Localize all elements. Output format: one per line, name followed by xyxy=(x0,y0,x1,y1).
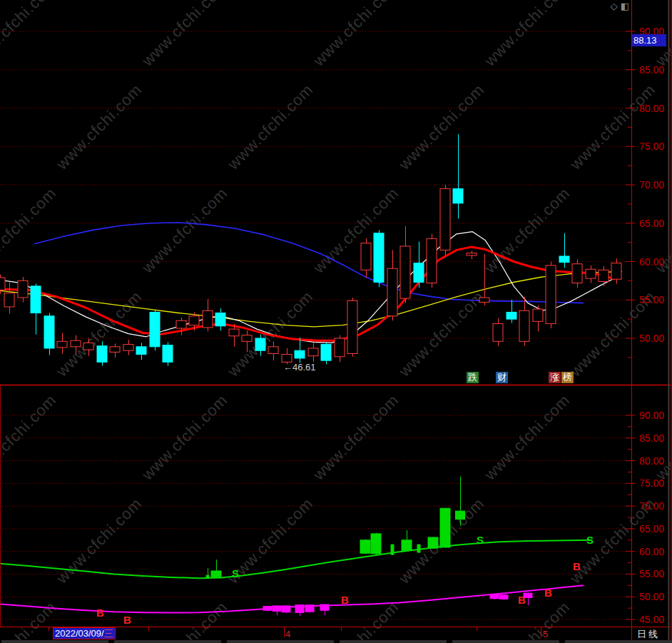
axis-label: 60.00 xyxy=(639,256,664,268)
horizontal-scrollbar[interactable] xyxy=(114,640,221,643)
horizontal-scrollbar[interactable] xyxy=(340,640,447,643)
status-bar: 2022/03/09/三 45 日线 xyxy=(0,627,672,640)
candle-body xyxy=(123,345,133,351)
axis-label: 55.00 xyxy=(639,568,664,579)
axis-label: 45.00 xyxy=(639,614,664,625)
candle-body xyxy=(533,309,543,321)
axis-label: 70.00 xyxy=(639,500,664,512)
buy-signal: B xyxy=(341,594,349,606)
candle-body xyxy=(611,263,621,280)
candle-body xyxy=(599,270,609,281)
candle-body xyxy=(0,278,5,290)
candle-body xyxy=(282,355,292,363)
horizontal-scrollbar[interactable] xyxy=(1,640,108,643)
period-label[interactable]: 日线 xyxy=(637,628,660,641)
candle-body xyxy=(417,545,420,552)
axis-label: 80.00 xyxy=(639,455,664,467)
candle-body xyxy=(335,338,345,357)
candle-body xyxy=(136,347,146,355)
low-price-annotation: ←46.61 xyxy=(283,362,316,373)
candle-body xyxy=(4,293,14,307)
candle-body xyxy=(440,508,450,547)
candle-body xyxy=(586,269,596,278)
main-price-panel: 90.0085.0080.0075.0070.0065.0060.0055.00… xyxy=(0,26,664,366)
candle-body xyxy=(391,545,394,555)
horizontal-scrollbar[interactable] xyxy=(227,640,334,643)
market-button-2[interactable]: 财 xyxy=(496,372,508,383)
axis-label: 75.00 xyxy=(639,477,664,489)
axis-label: 65.00 xyxy=(639,523,664,535)
buy-signal: B xyxy=(518,594,526,606)
axis-label: 75.00 xyxy=(639,141,664,152)
buy-signal: B xyxy=(123,614,131,626)
candle-body xyxy=(44,316,54,348)
candle-body xyxy=(57,341,67,348)
axis-label: 85.00 xyxy=(639,64,664,76)
weekday-text: 三 xyxy=(104,628,113,639)
candle-body xyxy=(242,335,252,342)
candle-body xyxy=(206,575,209,577)
ma-line-blue xyxy=(34,223,584,303)
candle-body xyxy=(268,347,278,354)
chart-canvas[interactable]: 90.0085.0080.0075.0070.0065.0060.0055.00… xyxy=(0,0,672,643)
buy-signal: B xyxy=(544,587,552,599)
diamond-icon[interactable]: ◇ xyxy=(611,1,618,11)
stock-chart-app: www.cfchi.comwww.cfchi.comwww.cfchi.comw… xyxy=(0,0,672,643)
axis-label: 50.00 xyxy=(639,591,664,602)
titlebar-icons: ◇◧ xyxy=(611,0,629,12)
candle-body xyxy=(308,348,318,356)
candle-body xyxy=(559,256,569,263)
buy-signal: B xyxy=(96,607,104,619)
candle-body xyxy=(263,607,272,611)
candle-body xyxy=(71,340,81,347)
candle-body xyxy=(493,324,503,342)
candle-body xyxy=(320,604,329,610)
candle-body xyxy=(427,238,437,283)
candle-body xyxy=(456,511,465,519)
axis-label: 60.00 xyxy=(639,546,664,557)
indicator-line-magenta xyxy=(0,585,584,612)
signal-indicator-panel: 90.0085.0080.0075.0070.0065.0060.0055.00… xyxy=(0,410,664,626)
candle-body xyxy=(295,605,304,613)
split-window-icon[interactable]: ◧ xyxy=(621,1,629,11)
month-label: 5 xyxy=(543,629,548,639)
candle-body xyxy=(440,188,450,250)
candle-body xyxy=(546,265,556,324)
candle-body xyxy=(506,312,516,319)
candle-body xyxy=(479,298,489,302)
candle-body xyxy=(282,606,290,612)
candle-body xyxy=(229,329,239,336)
candle-body xyxy=(211,571,221,577)
candle-body xyxy=(428,537,438,548)
horizontal-scrollbar[interactable] xyxy=(452,640,559,643)
market-button-4[interactable]: 榜 xyxy=(561,372,574,383)
axis-label: 50.00 xyxy=(639,333,664,344)
candle-body xyxy=(255,338,265,350)
indicator-line-green xyxy=(0,540,592,578)
candle-body xyxy=(110,347,120,353)
market-button-1[interactable]: 跌 xyxy=(467,372,479,383)
candle-body xyxy=(321,345,331,361)
candle-body xyxy=(402,540,412,551)
candle-body xyxy=(189,316,199,325)
candle-body xyxy=(215,313,225,326)
sell-signal: S xyxy=(477,534,484,546)
month-label: 4 xyxy=(285,629,290,639)
candle-body xyxy=(203,310,213,328)
candle-body xyxy=(360,540,370,553)
sell-signal: S xyxy=(232,567,239,579)
candle-body xyxy=(361,243,371,270)
candle-body xyxy=(414,263,424,283)
candle-body xyxy=(176,320,186,328)
market-button-3[interactable]: 涨 xyxy=(549,372,561,383)
candle-body xyxy=(499,595,508,599)
candle-body xyxy=(305,605,314,612)
buy-signal: B xyxy=(573,560,581,572)
candle-body xyxy=(387,268,397,316)
candle-body xyxy=(273,606,281,612)
candle-body xyxy=(97,346,107,363)
candle-body xyxy=(453,188,463,203)
candle-body xyxy=(490,594,499,599)
axis-label: 55.00 xyxy=(639,294,664,305)
candle-body xyxy=(519,310,529,341)
